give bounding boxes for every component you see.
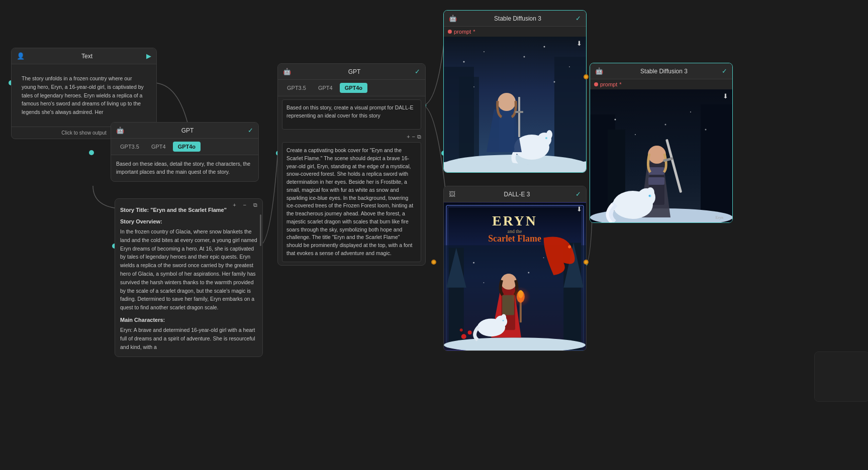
sd-right-prompt-text: prompt: [600, 81, 617, 87]
play-icon[interactable]: ▶: [146, 52, 151, 60]
svg-point-78: [635, 134, 636, 135]
svg-rect-20: [518, 97, 520, 137]
copy-btn[interactable]: ⧉: [417, 134, 421, 140]
tab-gpt35-center[interactable]: GPT3.5: [282, 83, 311, 93]
sd-right-prompt-dot: [594, 82, 598, 86]
story-node: + − ⧉ Story Title: "Eryn and the Scarlet…: [115, 198, 263, 357]
dalle-node: 🖼 DALL-E 3 ✓ ⬇: [443, 186, 587, 351]
svg-point-76: [690, 111, 691, 112]
edge-dot-3: [584, 74, 589, 79]
gpt-left-prompt: Based on these ideas, detail the story, …: [116, 160, 253, 176]
svg-point-2: [89, 150, 94, 155]
dalle-check: ✓: [575, 190, 581, 198]
sd-right-download[interactable]: ⬇: [723, 92, 728, 100]
svg-rect-60: [701, 104, 732, 222]
sd-right-header: 🤖 Stable Diffusion 3 ✓: [590, 63, 732, 79]
svg-rect-65: [648, 177, 664, 185]
svg-point-52: [468, 330, 472, 334]
robot-icon: 👤: [17, 52, 25, 60]
svg-point-73: [649, 195, 650, 196]
sd-top-download[interactable]: ⬇: [576, 40, 582, 47]
gpt-left-body: Based on these ideas, detail the story, …: [111, 155, 258, 181]
svg-point-50: [503, 320, 504, 321]
gpt-node-center: 🤖 GPT ✓ GPT3.5 GPT4 GPT4o Based on this …: [277, 63, 426, 266]
svg-point-24: [544, 46, 545, 48]
bottom-right-partial-node: [814, 351, 868, 402]
svg-text:ERYN: ERYN: [492, 213, 537, 228]
story-characters-label: Main Characters:: [120, 316, 257, 324]
svg-point-25: [569, 66, 570, 67]
gpt-center-tabs: GPT3.5 GPT4 GPT4o: [278, 80, 425, 96]
sd-top-title: Stable Diffusion 3: [460, 15, 575, 22]
check-icon-center: ✓: [415, 68, 420, 75]
svg-point-23: [484, 51, 485, 52]
tab-gpt4o-left[interactable]: GPT4o: [173, 142, 201, 152]
edge-dot-1: [431, 260, 436, 265]
edge-dot-2: [584, 260, 589, 265]
sd-right-illustration: Eryn: [590, 89, 732, 222]
story-overview-label: Story Overview:: [120, 217, 257, 226]
tab-gpt4-left[interactable]: GPT4: [146, 142, 171, 152]
svg-point-28: [554, 81, 555, 83]
gpt-left-header: 🤖 GPT ✓: [111, 123, 258, 139]
min-icon[interactable]: −: [241, 201, 248, 209]
gpt-center-header: 🤖 GPT ✓: [278, 64, 425, 80]
svg-point-79: [705, 129, 707, 131]
sd-top-header: 🤖 Stable Diffusion 3 ✓: [444, 11, 586, 27]
dalle-title: DALL-E 3: [458, 191, 575, 198]
svg-point-46: [511, 287, 531, 307]
sd-top-check: ✓: [575, 15, 581, 22]
svg-text:and the: and the: [508, 228, 522, 234]
svg-point-27: [473, 86, 474, 87]
svg-point-55: [543, 257, 544, 258]
sd-top-illustration: [444, 37, 586, 172]
stable-diffusion-top-node: 🤖 Stable Diffusion 3 ✓ prompt * ⬇: [443, 10, 587, 173]
tab-gpt4o-center[interactable]: GPT4o: [340, 83, 367, 93]
text-node-header: 👤 Text ▶: [12, 48, 156, 64]
sd-right-image: ⬇: [590, 89, 732, 222]
svg-point-75: [615, 119, 616, 121]
sd-top-icon: 🤖: [449, 15, 457, 22]
text-node-body: The story unfolds in a frozen country wh…: [12, 64, 156, 127]
dalle-image-container: ⬇ ERYN: [444, 202, 586, 350]
tab-gpt35-left[interactable]: GPT3.5: [115, 142, 144, 152]
svg-point-22: [463, 61, 465, 63]
svg-text:Scarlet Flame: Scarlet Flame: [488, 233, 541, 244]
stable-diffusion-right-node: 🤖 Stable Diffusion 3 ✓ prompt * ⬇: [590, 63, 733, 223]
add-icon[interactable]: +: [231, 201, 238, 209]
sd-right-prompt-label: prompt *: [590, 79, 732, 89]
min-btn[interactable]: −: [412, 134, 415, 140]
text-node-content: The story unfolds in a frozen country wh…: [17, 69, 151, 122]
dalle-illustration: ERYN and the Scarlet Flame: [444, 202, 586, 350]
tab-gpt4-center[interactable]: GPT4: [313, 83, 338, 93]
gpt-center-title: GPT: [294, 68, 415, 75]
scroll-indicator[interactable]: [260, 214, 261, 246]
gpt-left-title: GPT: [127, 127, 248, 134]
story-node-toolbar: + − ⧉: [231, 201, 259, 209]
sd-right-check: ✓: [722, 67, 727, 75]
dalle-icon: 🖼: [449, 190, 455, 198]
sd-top-image: ⬇: [444, 37, 586, 172]
gpt-center-prompt-input[interactable]: Based on this story, create a visual pro…: [282, 99, 421, 130]
sd-right-icon: 🤖: [595, 67, 603, 75]
dalle-header: 🖼 DALL-E 3 ✓: [444, 186, 586, 202]
gpt-node-left: 🤖 GPT ✓ GPT3.5 GPT4 GPT4o Based on these…: [111, 122, 259, 182]
gpt-left-tabs: GPT3.5 GPT4 GPT4o: [111, 139, 258, 155]
svg-point-26: [524, 56, 525, 58]
robot-icon-center: 🤖: [283, 68, 291, 75]
check-icon-left: ✓: [248, 127, 253, 134]
svg-point-42: [501, 274, 517, 290]
gpt-center-output: Create a captivating book cover for "Ery…: [282, 142, 421, 262]
story-character1: Eryn: A brave and determined 16-year-old…: [120, 326, 257, 351]
copy-icon[interactable]: ⧉: [251, 201, 259, 209]
sd-top-prompt-label: prompt *: [444, 27, 586, 37]
sd-right-title: Stable Diffusion 3: [606, 68, 722, 75]
svg-text:Eryn: Eryn: [715, 215, 723, 220]
dalle-download[interactable]: ⬇: [576, 205, 582, 213]
svg-point-17: [545, 137, 547, 139]
svg-point-38: [568, 245, 571, 248]
svg-point-53: [460, 328, 463, 331]
canvas: 👤 Text ▶ The story unfolds in a frozen c…: [0, 0, 868, 470]
add-btn[interactable]: +: [407, 134, 410, 140]
svg-point-54: [473, 262, 474, 264]
